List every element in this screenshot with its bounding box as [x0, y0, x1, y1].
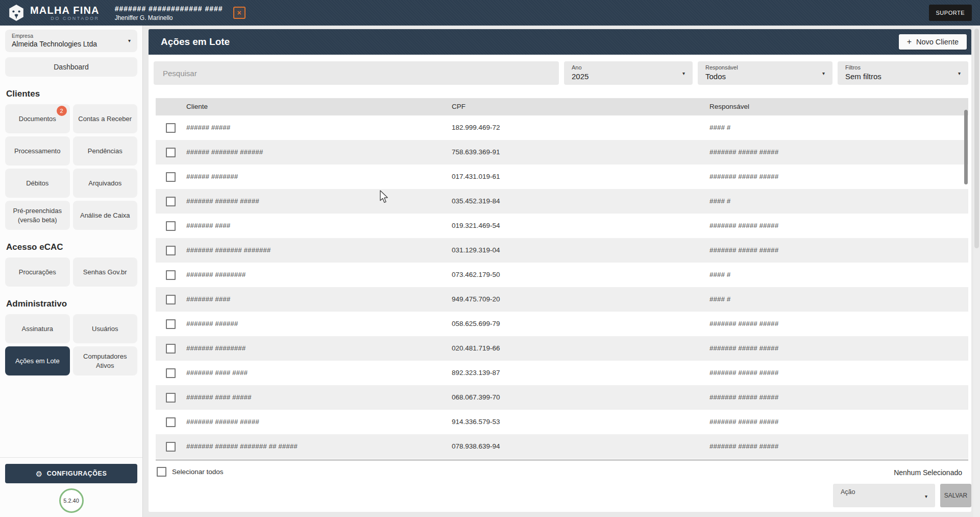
- table-row: ####### ###### #####914.336.579-53######…: [156, 410, 968, 434]
- sidebar-item-debitos[interactable]: Débitos: [5, 169, 70, 198]
- company-select[interactable]: Empresa Almeida Technologies Ltda ▾: [5, 30, 137, 52]
- row-checkbox[interactable]: [166, 221, 176, 231]
- cell-cpf: 073.462.179-50: [452, 263, 500, 287]
- year-dropdown-value: 2025: [572, 72, 685, 81]
- row-checkbox[interactable]: [166, 123, 176, 133]
- responsible-dropdown-label: Responsável: [705, 64, 825, 70]
- settings-button[interactable]: ⚙ CONFIGURAÇÕES: [5, 464, 137, 483]
- save-button[interactable]: SALVAR: [940, 484, 971, 507]
- sidebar-item-dashboard[interactable]: Dashboard: [5, 57, 137, 77]
- cell-responsavel: #### #: [709, 115, 730, 140]
- year-dropdown-label: Ano: [572, 64, 685, 70]
- row-checkbox[interactable]: [166, 172, 176, 182]
- row-checkbox[interactable]: [166, 246, 176, 255]
- row-checkbox[interactable]: [166, 344, 176, 354]
- column-header-cliente: Cliente: [186, 98, 208, 115]
- sidebar-item-computadores-ativos[interactable]: Computadores Ativos: [73, 346, 138, 375]
- column-header-responsavel: Responsável: [709, 98, 749, 115]
- chevron-down-icon: ▾: [925, 494, 927, 499]
- sidebar-item-procuracoes[interactable]: Procurações: [5, 257, 70, 287]
- row-checkbox[interactable]: [166, 393, 176, 403]
- sidebar-item-label: Análise de Caixa: [80, 211, 130, 220]
- cell-cpf: 914.336.579-53: [452, 410, 500, 434]
- cell-cpf: 017.431.019-61: [452, 165, 500, 189]
- sidebar-item-senhas-gov-br[interactable]: Senhas Gov.br: [73, 257, 138, 287]
- table-row: ####### ########073.462.179-50#### #: [156, 263, 968, 287]
- cell-cliente: ####### ########: [186, 263, 246, 287]
- row-checkbox[interactable]: [166, 148, 176, 157]
- page-title: Ações em Lote: [161, 29, 230, 55]
- section-grid-acesso-ecac: ProcuraçõesSenhas Gov.br: [5, 257, 137, 287]
- sidebar-item-assinatura[interactable]: Assinatura: [5, 314, 70, 343]
- row-checkbox[interactable]: [166, 442, 176, 452]
- sidebar-item-acoes-em-lote[interactable]: Ações em Lote: [5, 346, 70, 375]
- main-panel: Ações em Lote + Novo Cliente Ano 2025 ▾ …: [149, 29, 971, 512]
- table-row: ####### ####949.475.709-20#### #: [156, 287, 968, 312]
- row-checkbox[interactable]: [166, 319, 176, 329]
- table-row: ####### ###### ####### ## #####078.938.6…: [156, 434, 968, 459]
- sidebar-item-analise-de-caixa[interactable]: Análise de Caixa: [73, 201, 138, 230]
- select-all-checkbox[interactable]: [157, 467, 166, 477]
- notification-badge: 2: [57, 106, 67, 116]
- version-badge: 5.2.40: [59, 488, 84, 513]
- brand-subtitle: DO CONTADOR: [30, 16, 100, 21]
- horizontal-scrollbar[interactable]: [156, 459, 968, 461]
- row-checkbox[interactable]: [166, 417, 176, 427]
- malha-fina-logo-icon: [7, 4, 26, 22]
- action-dropdown-label: Ação: [841, 488, 927, 496]
- cell-cpf: 058.625.699-79: [452, 312, 500, 336]
- table-scrollbar-thumb[interactable]: [964, 110, 968, 184]
- sidebar-item-usuarios[interactable]: Usuários: [73, 314, 138, 343]
- cell-responsavel: ####### ##### #####: [709, 385, 778, 410]
- brand-text: MALHA FINA DO CONTADOR: [30, 5, 100, 21]
- sidebar-item-pendencias[interactable]: Pendências: [73, 136, 138, 166]
- cell-responsavel: ####### ##### #####: [709, 238, 778, 263]
- sidebar-item-label: Senhas Gov.br: [83, 268, 127, 277]
- account-masked-text: ####### ############ ####: [115, 5, 223, 13]
- table-row: ###### #######017.431.019-61####### ####…: [156, 165, 968, 189]
- select-all-control[interactable]: Selecionar todos: [157, 467, 224, 477]
- close-session-button[interactable]: ×: [233, 7, 246, 19]
- close-icon: ×: [237, 9, 241, 16]
- search-input[interactable]: [154, 61, 559, 85]
- sidebar-item-contas-a-receber[interactable]: Contas a Receber: [73, 104, 138, 133]
- page-scrollbar[interactable]: [973, 26, 980, 517]
- sidebar-item-processamento[interactable]: Processamento: [5, 136, 70, 166]
- row-checkbox[interactable]: [166, 270, 176, 280]
- cell-cpf: 078.938.639-94: [452, 434, 500, 459]
- top-bar: MALHA FINA DO CONTADOR ####### #########…: [0, 0, 980, 26]
- plus-icon: +: [907, 38, 912, 46]
- section-title-administrativo: Administrativo: [6, 299, 137, 309]
- sidebar-item-pre-preenchidas-versao-beta[interactable]: Pré-preenchidas (versão beta): [5, 201, 70, 230]
- cell-cpf: 949.475.709-20: [452, 287, 500, 312]
- year-dropdown[interactable]: Ano 2025 ▾: [564, 61, 693, 85]
- action-dropdown[interactable]: Ação ▾: [833, 484, 935, 507]
- table-row: ####### ####019.321.469-54####### ##### …: [156, 214, 968, 238]
- sidebar-item-label: Procurações: [19, 268, 56, 277]
- cell-cpf: 019.321.469-54: [452, 214, 500, 238]
- table-row: ###### ####### ######758.639.369-91#####…: [156, 140, 968, 165]
- support-button[interactable]: SUPORTE: [929, 5, 972, 21]
- cell-cliente: ####### ####: [186, 214, 230, 238]
- section-title-clientes: Clientes: [6, 89, 137, 99]
- sidebar-item-arquivados[interactable]: Arquivados: [73, 169, 138, 198]
- select-all-label: Selecionar todos: [172, 468, 224, 476]
- sidebar-item-label: Pré-preenchidas (versão beta): [10, 206, 65, 224]
- filters-dropdown[interactable]: Filtros Sem filtros ▾: [838, 61, 968, 85]
- sidebar-item-label: Arquivados: [88, 179, 121, 188]
- row-checkbox[interactable]: [166, 368, 176, 378]
- sidebar-item-label: Usuários: [92, 324, 118, 334]
- cell-responsavel: #### #: [709, 189, 730, 214]
- new-client-button-label: Novo Cliente: [916, 38, 959, 46]
- row-checkbox[interactable]: [166, 295, 176, 304]
- cell-cliente: ####### #### ####: [186, 361, 248, 385]
- sidebar-item-label: Ações em Lote: [15, 357, 60, 366]
- page-scrollbar-thumb[interactable]: [974, 29, 979, 248]
- row-checkbox[interactable]: [166, 197, 176, 206]
- table-row: ####### ###### #####035.452.319-84#### #: [156, 189, 968, 214]
- responsible-dropdown[interactable]: Responsável Todos ▾: [698, 61, 832, 85]
- table-body: ###### #####182.999.469-72#### ####### #…: [156, 115, 968, 459]
- cell-responsavel: ####### ##### #####: [709, 214, 778, 238]
- sidebar-item-documentos[interactable]: Documentos2: [5, 104, 70, 133]
- new-client-button[interactable]: + Novo Cliente: [899, 34, 967, 50]
